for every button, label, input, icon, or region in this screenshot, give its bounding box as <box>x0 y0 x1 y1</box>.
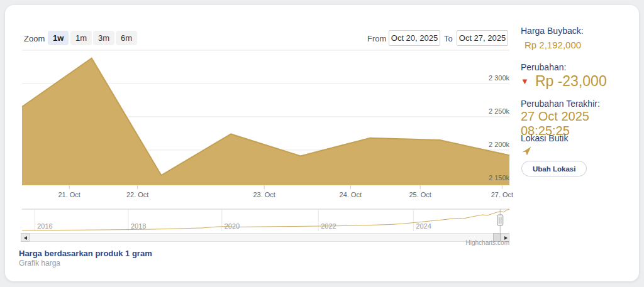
x-axis-label: 25. Oct <box>409 191 431 198</box>
change-label: Perubahan: <box>521 62 566 72</box>
left-arrow-icon <box>24 236 27 240</box>
chart-toolbar: Zoom 1w 1m 3m 6m From To <box>5 30 521 48</box>
from-label: From <box>367 34 386 43</box>
scrollbar-left-button[interactable] <box>21 233 30 242</box>
zoom-button-6m[interactable]: 6m <box>116 31 137 45</box>
from-date-input[interactable] <box>389 30 440 46</box>
navigator-series <box>22 209 509 230</box>
decrease-triangle-icon: ▼ <box>521 77 529 86</box>
x-axis-label: 23. Oct <box>253 191 275 198</box>
x-axis-label: 24. Oct <box>340 191 362 198</box>
price-sidebar: Harga Buyback: Rp 2,192,000 Perubahan: ▼… <box>521 5 638 281</box>
x-axis-label: 22. Oct <box>126 191 148 198</box>
y-axis-label: 2 200k <box>489 141 510 148</box>
to-label: To <box>444 34 453 43</box>
price-card: 2 150k2 200k2 250k2 300k21. Oct22. Oct23… <box>5 5 639 281</box>
buyback-label: Harga Buyback: <box>521 26 584 36</box>
zoom-label: Zoom <box>24 34 45 43</box>
buyback-area-series <box>22 58 509 185</box>
product-note: Harga berdasarkan produk 1 gram <box>19 249 152 258</box>
last-change-label: Perubahan Terakhir: <box>521 99 600 109</box>
highcharts-credits[interactable]: Highcharts.com <box>415 239 509 246</box>
change-value: Rp -23,000 <box>535 73 607 90</box>
navigator-year-label: 2018 <box>131 222 146 230</box>
y-axis-label: 2 150k <box>489 174 510 181</box>
zoom-button-1m[interactable]: 1m <box>70 31 92 45</box>
x-axis-label: 21. Oct <box>58 191 80 198</box>
location-arrow-icon <box>521 146 532 156</box>
change-row: ▼ Rp -23,000 <box>521 73 607 90</box>
location-label: Lokasi Butik <box>521 133 568 143</box>
y-axis-label: 2 250k <box>489 107 510 115</box>
navigator-handle[interactable] <box>497 215 503 225</box>
x-axis-label: 27. Oct <box>491 191 513 198</box>
to-date-input[interactable] <box>457 30 508 46</box>
y-axis-label: 2 300k <box>489 74 510 82</box>
navigator-year-label: 2020 <box>225 222 240 230</box>
chart-caption: Grafik harga <box>19 259 60 268</box>
zoom-button-3m[interactable]: 3m <box>93 31 114 45</box>
navigator-year-label: 2024 <box>416 222 431 230</box>
change-location-button[interactable]: Ubah Lokasi <box>521 161 587 176</box>
navigator-year-label: 2016 <box>37 222 52 230</box>
zoom-button-1w[interactable]: 1w <box>48 31 69 45</box>
buyback-value: Rp 2,192,000 <box>525 40 581 50</box>
